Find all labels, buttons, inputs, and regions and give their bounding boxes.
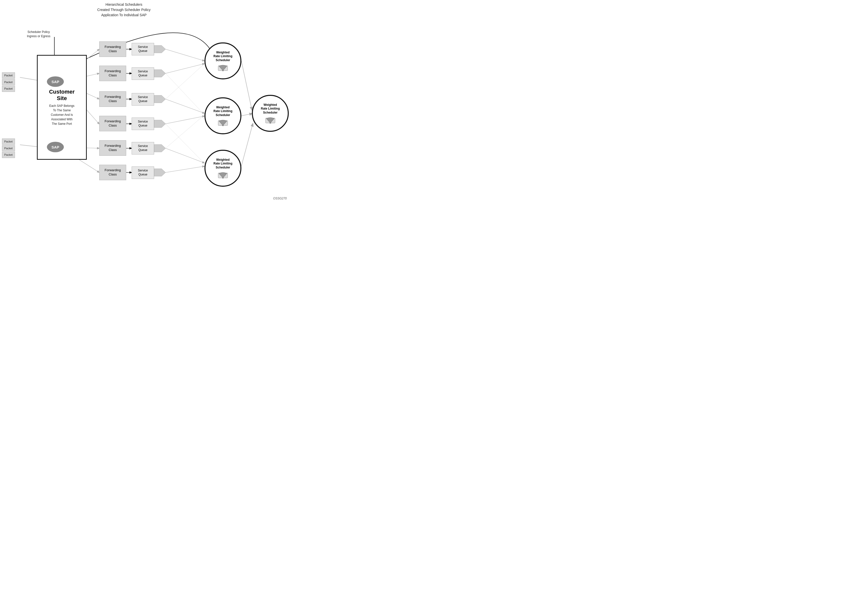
customer-site-title: CustomerSite	[49, 89, 75, 102]
fc-box-4: ForwardingClass	[99, 116, 126, 131]
svg-line-31	[166, 124, 205, 163]
svg-line-27	[241, 114, 252, 116]
wrls-circle-1: WeightedRate LimitingScheduler	[205, 42, 241, 79]
sap-ellipse-1: SAP	[47, 76, 64, 87]
packet-box-2b: Packet	[2, 145, 15, 151]
svg-line-22	[166, 99, 205, 113]
wrls-label-3: WeightedRate LimitingScheduler	[214, 158, 232, 170]
sq-box-4: ServiceQueue	[132, 118, 154, 130]
sq-box-3: ServiceQueue	[132, 93, 154, 106]
scheduler-policy-line1: Scheduler Policy	[27, 30, 50, 34]
packet-group-2: Packet Packet Packet	[2, 138, 15, 158]
sq-box-1: ServiceQueue	[132, 43, 154, 55]
fc-box-3: ForwardingClass	[99, 91, 126, 107]
svg-line-23	[166, 116, 205, 124]
fan-icon-4	[265, 116, 276, 124]
svg-marker-15	[154, 70, 166, 77]
svg-marker-19	[154, 169, 166, 176]
diagram-title: Hierarchical Schedulers Created Through …	[97, 2, 150, 18]
svg-line-29	[166, 73, 205, 115]
wrls-circle-3: WeightedRate LimitingScheduler	[205, 150, 241, 187]
sq-box-5: ServiceQueue	[132, 142, 154, 154]
sap-ellipse-2: SAP	[47, 142, 64, 152]
packet-box-1b: Packet	[2, 79, 15, 86]
svg-line-30	[166, 64, 205, 99]
title-line1: Hierarchical Schedulers	[97, 2, 150, 7]
fc-box-2: ForwardingClass	[99, 65, 126, 81]
wrls-label-2: WeightedRate LimitingScheduler	[214, 106, 232, 117]
svg-line-32	[166, 115, 205, 148]
svg-line-26	[241, 61, 252, 110]
wrls-label-1: WeightedRate LimitingScheduler	[214, 51, 232, 62]
customer-site-desc: Each SAP BelongsTo The SameCustomer And …	[49, 104, 74, 126]
wrls-circle-4: WeightedRate LimitingScheduler	[252, 95, 289, 132]
sap-label-1: SAP	[52, 79, 59, 84]
svg-line-24	[166, 148, 205, 163]
fan-icon-1	[218, 64, 228, 71]
packet-box-2a: Packet	[2, 138, 15, 145]
wrls-label-4: WeightedRate LimitingScheduler	[261, 103, 280, 115]
packet-group-1: Packet Packet Packet	[2, 72, 15, 92]
sap-label-2: SAP	[52, 145, 59, 149]
svg-line-25	[166, 166, 205, 173]
svg-marker-18	[154, 145, 166, 152]
scheduler-policy-label: Scheduler Policy Ingress or Egress	[27, 30, 50, 39]
title-line3: Application To Individual SAP	[97, 12, 150, 18]
fan-icon-3	[218, 171, 228, 179]
svg-marker-16	[154, 95, 166, 103]
fc-box-5: ForwardingClass	[99, 140, 126, 156]
fc-box-1: ForwardingClass	[99, 42, 126, 57]
packet-box-1c: Packet	[2, 86, 15, 92]
svg-line-20	[166, 49, 205, 61]
fc-box-6: ForwardingClass	[99, 165, 126, 180]
svg-marker-14	[154, 45, 166, 53]
wrls-circle-2: WeightedRate LimitingScheduler	[205, 97, 241, 134]
svg-line-28	[241, 124, 253, 166]
packet-box-1a: Packet	[2, 72, 15, 79]
svg-marker-17	[154, 120, 166, 128]
diagram-container: Hierarchical Schedulers Created Through …	[0, 0, 289, 203]
ossg-label: OSSG270	[273, 197, 287, 200]
svg-line-21	[166, 64, 205, 73]
sq-box-2: ServiceQueue	[132, 67, 154, 80]
title-line2: Created Through Scheduler Policy	[97, 7, 150, 12]
fan-icon-2	[218, 118, 228, 126]
packet-box-2c: Packet	[2, 152, 15, 158]
scheduler-policy-line2: Ingress or Egress	[27, 34, 50, 39]
sq-box-6: ServiceQueue	[132, 166, 154, 179]
